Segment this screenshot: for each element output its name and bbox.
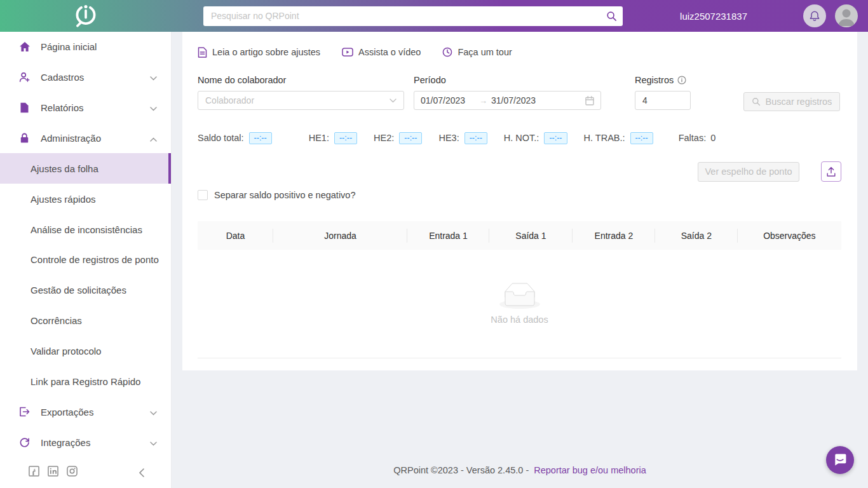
topbar: luiz2507231837 [0, 0, 868, 32]
records-table: Data Jornada Entrada 1 Saída 1 Entrada 2… [198, 221, 841, 358]
upload-icon [826, 166, 836, 177]
mirror-button[interactable]: Ver espelho de ponto [698, 162, 799, 182]
separate-balance-option[interactable]: Separar saldo positivo e negativo? [198, 190, 841, 200]
h-trab-badge: --:-- [630, 132, 653, 144]
col-saida-1: Saída 1 [489, 231, 573, 241]
he2-badge: --:-- [399, 132, 422, 144]
period-label: Período [414, 75, 601, 85]
report-bug-link[interactable]: Reportar bug e/ou melhoria [534, 465, 646, 475]
calendar-icon[interactable] [585, 96, 594, 105]
chevron-down-icon [150, 102, 157, 113]
period-start-input[interactable] [421, 95, 475, 105]
linkedin-icon[interactable] [48, 466, 58, 479]
he2: HE2: --:-- [374, 132, 422, 144]
chat-widget-button[interactable] [826, 446, 854, 474]
lock-icon [18, 133, 31, 144]
sidebar-subitem-link-registro-rapido[interactable]: Link para Registro Rápido [0, 366, 171, 396]
global-search-input[interactable] [203, 6, 623, 26]
empty-state: Não há dados [198, 250, 841, 358]
username: luiz2507231837 [680, 11, 747, 22]
period-end-input[interactable] [491, 95, 546, 105]
col-entrada-2: Entrada 2 [573, 231, 655, 241]
period-group: Período → [414, 75, 601, 110]
col-observacoes: Observações [738, 231, 841, 241]
sidebar-subitem-gestao-de-solicitacoes[interactable]: Gestão de solicitações [0, 275, 171, 306]
period-range-picker[interactable]: → [414, 91, 601, 110]
tour-link[interactable]: Faça um tour [442, 47, 512, 57]
collaborator-group: Nome do colaborador Colaborador [198, 75, 404, 110]
records-group: Registros [635, 75, 691, 110]
avatar[interactable] [835, 4, 858, 27]
sidebar-subitem-analise-de-inconsistencias[interactable]: Análise de inconsistências [0, 214, 171, 245]
filters: Nome do colaborador Colaborador Período … [198, 75, 841, 111]
qrpoint-logo-icon [72, 3, 99, 29]
records-label: Registros [635, 75, 691, 85]
sidebar-item-exportacoes[interactable]: Exportações [0, 396, 171, 427]
notifications-button[interactable] [803, 4, 826, 27]
he1-badge: --:-- [334, 132, 357, 144]
bell-icon [808, 10, 821, 22]
article-icon [198, 47, 207, 58]
sidebar-subitem-validar-protocolo[interactable]: Validar protocolo [0, 336, 171, 367]
collaborator-select[interactable]: Colaborador [198, 91, 404, 110]
records-input[interactable] [642, 95, 683, 105]
info-icon[interactable] [677, 76, 686, 85]
table-header: Data Jornada Entrada 1 Saída 1 Entrada 2… [198, 221, 841, 250]
facebook-icon[interactable] [29, 466, 39, 479]
saldo-total: Saldo total: --:-- [198, 132, 272, 144]
range-arrow-icon: → [479, 96, 487, 105]
sidebar-item-administracao[interactable]: Administração [0, 123, 171, 154]
search-records-button[interactable]: Buscar registros [743, 92, 840, 111]
export-button[interactable] [821, 161, 841, 182]
separate-balance-checkbox[interactable] [198, 190, 208, 200]
he1: HE1: --:-- [309, 132, 357, 144]
sidebar-collapse-button[interactable] [139, 468, 144, 477]
col-saida-2: Saída 2 [655, 231, 738, 241]
records-input-wrap [635, 91, 691, 110]
h-trab: H. TRAB.: --:-- [584, 132, 653, 144]
article-link[interactable]: Leia o artigo sobre ajustes [198, 47, 320, 58]
h-not: H. NOT.: --:-- [504, 132, 567, 144]
faltas: Faltas: 0 [679, 133, 716, 143]
col-entrada-1: Entrada 1 [407, 231, 489, 241]
instagram-icon[interactable] [67, 466, 78, 479]
col-jornada: Jornada [273, 231, 407, 241]
export-icon [18, 407, 31, 417]
sidebar-item-pagina-inicial[interactable]: Página inicial [0, 32, 171, 62]
sidebar-subitem-controle-de-registros[interactable]: Controle de registros de ponto [0, 245, 171, 275]
actions-row: Ver espelho de ponto [198, 161, 841, 182]
sidebar-social-row [0, 458, 171, 488]
user-silhouette-icon [835, 4, 858, 27]
video-link[interactable]: Assista o vídeo [342, 47, 421, 57]
chevron-up-icon [150, 133, 157, 144]
content-card: Leia o artigo sobre ajustes Assista o ví… [182, 32, 857, 370]
file-icon [18, 102, 31, 113]
chevron-down-icon [150, 72, 157, 83]
chevron-down-icon [150, 407, 157, 417]
sidebar-subitem-ajustes-da-folha[interactable]: Ajustes da folha [0, 153, 171, 184]
search-icon [752, 97, 761, 106]
col-data: Data [198, 231, 273, 241]
sidebar-item-cadastros[interactable]: Cadastros [0, 62, 171, 93]
user-add-icon [18, 72, 31, 83]
chevron-down-icon [150, 437, 157, 448]
footer-copyright: QRPoint ©2023 - Versão 2.45.0 - [393, 465, 529, 475]
summary-row: Saldo total: --:-- HE1: --:-- HE2: --:--… [198, 131, 841, 145]
qrpoint-logo[interactable] [0, 3, 172, 29]
sync-icon [18, 437, 31, 448]
h-not-badge: --:-- [544, 132, 567, 144]
help-links-row: Leia o artigo sobre ajustes Assista o ví… [198, 45, 841, 59]
he3-badge: --:-- [465, 132, 487, 144]
sidebar-item-integracoes[interactable]: Integrações [0, 427, 171, 458]
saldo-total-badge: --:-- [249, 132, 272, 144]
empty-inbox-icon [499, 283, 540, 309]
home-icon [18, 41, 31, 52]
search-icon[interactable] [606, 11, 617, 24]
chat-bubble-icon [832, 452, 848, 468]
sidebar-subitem-ocorrencias[interactable]: Ocorrências [0, 306, 171, 336]
faltas-value: 0 [710, 133, 715, 143]
empty-text: Não há dados [491, 315, 548, 325]
sidebar-item-relatorios[interactable]: Relatórios [0, 93, 171, 123]
sidebar: Página inicial Cadastros Relatórios A [0, 32, 172, 488]
sidebar-subitem-ajustes-rapidos[interactable]: Ajustes rápidos [0, 184, 171, 214]
